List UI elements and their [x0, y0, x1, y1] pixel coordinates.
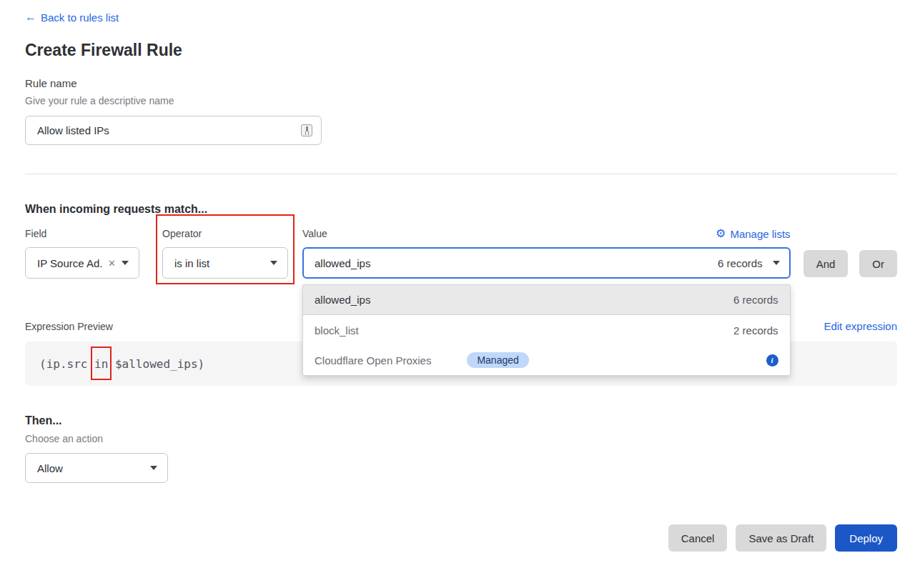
action-select[interactable]: Allow — [25, 453, 168, 483]
back-arrow-icon: ← — [25, 11, 36, 24]
rule-name-value: Allow listed IPs — [37, 124, 301, 136]
deploy-button[interactable]: Deploy — [835, 524, 897, 552]
lists-dropdown: allowed_ips 6 records block_list 2 recor… — [302, 284, 791, 376]
list-option-name: Cloudflare Open Proxies — [315, 354, 431, 367]
manage-lists-link[interactable]: ⚙ Manage lists — [716, 228, 791, 240]
rule-name-input[interactable]: Allow listed IPs — [25, 116, 322, 145]
list-option-cloudflare-open-proxies[interactable]: Cloudflare Open Proxies Managed i — [303, 345, 790, 375]
operator-select-value: is in list — [174, 257, 209, 269]
or-button[interactable]: Or — [859, 250, 897, 277]
value-record-count: 6 records — [718, 257, 763, 269]
field-select-value: IP Source Ad... — [37, 257, 102, 269]
value-select[interactable]: allowed_ips 6 records — [302, 247, 791, 279]
then-heading: Then... — [25, 414, 897, 427]
field-column: Field IP Source Ad... ✕ — [25, 226, 139, 279]
list-option-block-list[interactable]: block_list 2 records — [303, 315, 790, 345]
action-select-value: Allow — [37, 462, 63, 474]
create-firewall-rule-page: ← Back to rules list Create Firewall Rul… — [0, 0, 910, 552]
operator-column: Operator is in list — [162, 226, 288, 279]
manage-lists-label: Manage lists — [730, 228, 790, 240]
chevron-down-icon — [150, 466, 157, 470]
rule-name-hint: Give your rule a descriptive name — [25, 95, 897, 106]
value-column: Value ⚙ Manage lists allowed_ips 6 recor… — [302, 226, 791, 279]
list-option-allowed-ips[interactable]: allowed_ips 6 records — [303, 285, 790, 315]
info-icon[interactable]: i — [766, 354, 778, 367]
condition-row: Field IP Source Ad... ✕ Operator is in l… — [25, 226, 897, 279]
value-label: Value — [302, 226, 327, 241]
footer-actions: Cancel Save as Draft Deploy — [25, 524, 897, 552]
list-option-records: 2 records — [733, 324, 778, 337]
operator-select[interactable]: is in list — [162, 247, 288, 279]
value-select-value: allowed_ips — [315, 257, 370, 269]
expression-code-post: $allowed_ips) — [108, 357, 204, 371]
chevron-down-icon — [270, 261, 277, 265]
field-label: Field — [25, 226, 139, 241]
save-as-draft-button[interactable]: Save as Draft — [736, 524, 826, 552]
match-heading: When incoming requests match... — [25, 203, 897, 216]
autofill-icon — [301, 124, 312, 136]
clear-field-icon[interactable]: ✕ — [108, 258, 116, 269]
back-to-rules-link[interactable]: ← Back to rules list — [25, 11, 119, 24]
section-divider — [25, 174, 897, 174]
list-option-name: allowed_ips — [315, 294, 370, 306]
chevron-down-icon — [773, 261, 780, 265]
list-option-records: 6 records — [733, 294, 778, 306]
chevron-down-icon — [122, 261, 129, 265]
rule-name-label: Rule name — [25, 77, 897, 89]
edit-expression-link[interactable]: Edit expression — [824, 320, 897, 332]
and-button[interactable]: And — [803, 250, 849, 277]
back-link-label: Back to rules list — [41, 11, 119, 24]
action-hint: Choose an action — [25, 433, 897, 444]
expression-code-pre: (ip.src — [39, 357, 94, 371]
expression-code-in: in — [94, 357, 108, 371]
list-option-name: block_list — [315, 324, 359, 337]
operator-label: Operator — [162, 226, 288, 241]
cancel-button[interactable]: Cancel — [668, 524, 728, 552]
expression-preview-label: Expression Preview — [25, 321, 113, 332]
page-title: Create Firewall Rule — [25, 41, 897, 60]
field-select[interactable]: IP Source Ad... ✕ — [25, 247, 139, 279]
managed-badge: Managed — [467, 352, 528, 368]
gear-icon: ⚙ — [716, 228, 726, 239]
